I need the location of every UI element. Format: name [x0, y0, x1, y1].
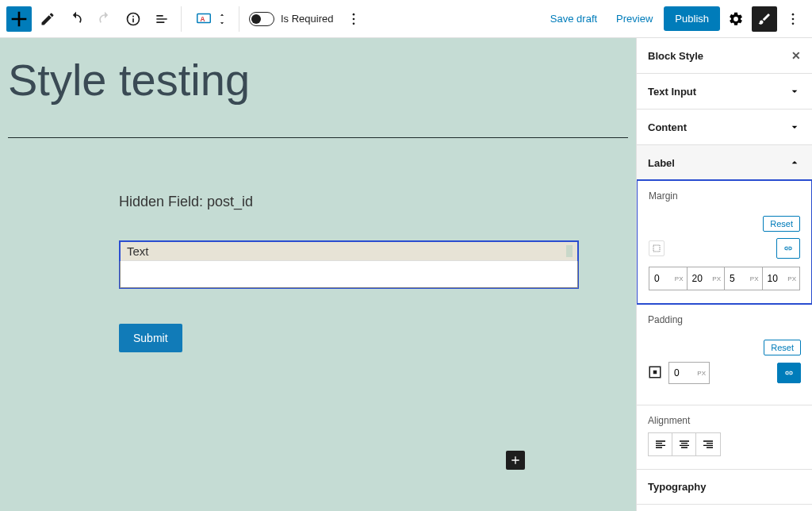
margin-bottom-input[interactable]: [725, 273, 762, 284]
link-values-button[interactable]: [776, 238, 800, 259]
panel-label: Typography: [648, 481, 706, 493]
styles-icon[interactable]: [752, 6, 777, 32]
svg-point-7: [792, 22, 795, 25]
margin-left-input[interactable]: [763, 273, 800, 284]
more-options-icon[interactable]: [341, 6, 366, 32]
is-required-toggle[interactable]: Is Required: [249, 12, 333, 26]
edit-icon[interactable]: [35, 6, 60, 32]
add-block-button[interactable]: [6, 6, 32, 32]
is-required-label: Is Required: [281, 13, 333, 25]
padding-panel-body: Padding Reset PX: [637, 305, 812, 405]
undo-button[interactable]: [63, 6, 89, 32]
alignment-buttons: [648, 432, 721, 456]
margin-top-input[interactable]: [649, 273, 687, 284]
alignment-panel-body: Alignment: [637, 405, 812, 469]
settings-sidebar: Block Style ✕ Text Input Content Label M…: [636, 38, 812, 511]
block-type-tool: A: [188, 8, 232, 30]
padding-input[interactable]: [669, 367, 709, 378]
align-center-button[interactable]: [672, 433, 696, 455]
svg-rect-8: [653, 245, 660, 252]
save-draft-button[interactable]: Save draft: [542, 8, 605, 29]
add-block-inline-button[interactable]: [506, 451, 525, 470]
padding-label: Padding: [648, 314, 801, 325]
chevron-down-icon: [788, 85, 801, 98]
separator: [8, 137, 628, 138]
svg-rect-10: [653, 370, 657, 374]
svg-point-4: [353, 22, 355, 25]
toolbar-separator: [181, 6, 182, 32]
kebab-menu-icon[interactable]: [780, 6, 806, 32]
panel-label: Text Input: [648, 86, 696, 98]
text-input-label[interactable]: Text: [121, 242, 577, 261]
toolbar-separator: [239, 6, 239, 32]
outline-icon[interactable]: [149, 6, 174, 32]
svg-point-5: [792, 13, 795, 15]
svg-point-2: [353, 13, 355, 15]
margin-values-row: PX PX PX PX: [649, 267, 800, 290]
close-icon[interactable]: ✕: [791, 49, 801, 62]
text-input-block[interactable]: Text: [119, 240, 579, 289]
move-up-down[interactable]: [216, 11, 228, 27]
margin-reset-button[interactable]: Reset: [763, 216, 800, 232]
panel-typography[interactable]: Typography: [637, 470, 812, 504]
panel-label: Label: [648, 157, 675, 169]
panel-text-input[interactable]: Text Input: [637, 74, 812, 109]
editor-canvas[interactable]: Style testing Hidden Field: post_id Text…: [0, 38, 636, 511]
align-right-button[interactable]: [696, 433, 720, 455]
panel-label: Content: [648, 121, 687, 133]
panel-label-section[interactable]: Label: [637, 145, 812, 180]
redo-button[interactable]: [92, 6, 117, 32]
link-values-button[interactable]: [777, 363, 801, 383]
svg-point-6: [792, 17, 795, 20]
chevron-down-icon: [788, 121, 801, 133]
svg-text:A: A: [200, 15, 205, 22]
margin-label: Margin: [649, 190, 800, 202]
svg-point-3: [353, 17, 355, 20]
publish-button[interactable]: Publish: [664, 6, 720, 31]
sidebar-title: Block Style: [648, 50, 703, 62]
chevron-up-icon: [788, 156, 801, 169]
align-left-button[interactable]: [649, 433, 672, 455]
submit-button[interactable]: Submit: [119, 324, 182, 352]
padding-reset-button[interactable]: Reset: [764, 340, 801, 355]
toggle-track[interactable]: [249, 12, 274, 26]
sidebar-header: Block Style ✕: [637, 38, 812, 74]
alignment-label: Alignment: [648, 415, 801, 426]
settings-icon[interactable]: [723, 6, 749, 32]
preview-button[interactable]: Preview: [608, 8, 661, 29]
block-type-icon[interactable]: A: [193, 8, 215, 30]
box-model-icon: [649, 240, 665, 256]
text-input-field[interactable]: [120, 261, 578, 288]
top-toolbar: A Is Required Save draft Preview Publish: [0, 0, 812, 38]
page-title[interactable]: Style testing: [8, 54, 628, 106]
margin-panel-body: Margin Reset PX PX PX PX: [636, 179, 812, 305]
box-model-icon: [648, 365, 662, 382]
margin-right-input[interactable]: [688, 273, 725, 284]
hidden-field-label[interactable]: Hidden Field: post_id: [119, 194, 579, 210]
panel-content[interactable]: Content: [637, 110, 812, 144]
info-icon[interactable]: [121, 6, 146, 32]
